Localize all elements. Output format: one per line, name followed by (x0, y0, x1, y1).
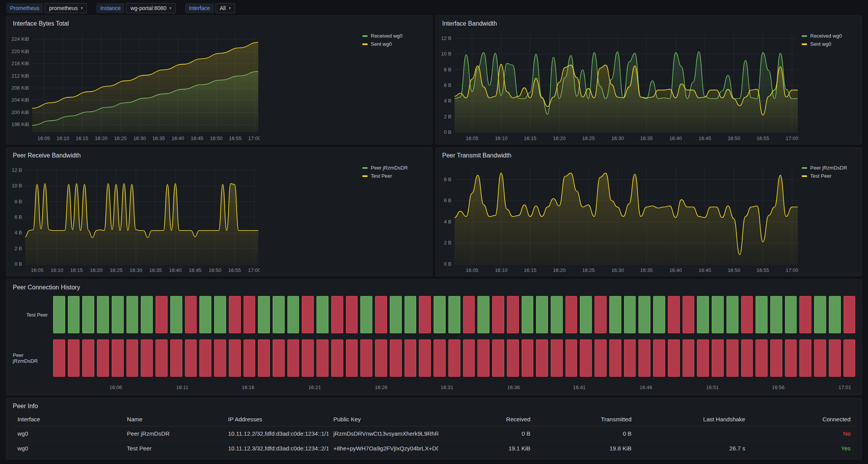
state-bar (258, 296, 270, 333)
legend-item[interactable]: Peer jRzmDsDR (362, 165, 410, 171)
timeseries-svg: 0 B2 B4 B6 B8 B10 B12 B16:0516:1016:1516… (10, 162, 260, 274)
timeseries-svg: 0 B2 B4 B6 B8 B16:0516:1016:1516:2016:25… (439, 162, 799, 274)
timeseries-plot[interactable]: 196 KiB200 KiB204 KiB208 KiB212 KiB216 K… (10, 30, 260, 142)
panel-title[interactable]: Interface Bytes Total (7, 16, 432, 29)
state-bar (814, 296, 826, 333)
table-cell: 19.1 KiB (438, 441, 535, 456)
svg-text:17:00: 17:00 (786, 135, 799, 141)
state-bar (697, 296, 709, 333)
legend-item[interactable]: Sent wg0 (802, 41, 858, 47)
svg-text:16:35: 16:35 (152, 135, 165, 141)
variable-selected-value: wg-portal:8080 (130, 5, 166, 11)
column-header[interactable]: Name (122, 412, 223, 426)
svg-text:10 B: 10 B (12, 183, 22, 189)
chevron-down-icon: ▾ (229, 5, 231, 11)
legend-item[interactable]: Sent wg0 (362, 41, 410, 47)
svg-text:12 B: 12 B (12, 167, 22, 173)
state-bar (844, 296, 856, 333)
state-bar (185, 296, 197, 333)
legend-item[interactable]: Received wg0 (802, 33, 858, 39)
legend-label: Test Peer (371, 173, 392, 179)
svg-text:16:45: 16:45 (699, 135, 711, 141)
legend-item[interactable]: Peer jRzmDsDR (802, 165, 858, 171)
panel-peer-info: Peer Info InterfaceNameIP AddressesPubli… (6, 398, 862, 459)
state-bar (170, 339, 182, 377)
svg-text:6 B: 6 B (444, 82, 451, 88)
state-bar (229, 339, 241, 377)
column-header[interactable]: IP Addresses (223, 412, 329, 426)
column-header[interactable]: Interface (13, 412, 122, 426)
variable-value-prometheus[interactable]: prometheus ▾ (45, 3, 87, 13)
x-tick-label: 16:26 (375, 384, 388, 390)
timeline-row-label: Peer jRzmDsDR (13, 339, 53, 377)
timeseries-plot[interactable]: 0 B2 B4 B6 B8 B10 B12 B16:0516:1016:1516… (439, 30, 799, 142)
table-cell: 26.7 s (636, 441, 750, 456)
table-cell: Yes (750, 441, 855, 456)
svg-text:208 KiB: 208 KiB (11, 85, 29, 91)
state-bar (712, 339, 724, 377)
svg-text:0 B: 0 B (444, 261, 451, 267)
state-bar (551, 339, 563, 377)
svg-text:212 KiB: 212 KiB (11, 73, 29, 79)
state-bar (653, 339, 665, 377)
svg-text:16:05: 16:05 (466, 267, 479, 273)
svg-text:204 KiB: 204 KiB (11, 97, 29, 103)
table-cell: 0 B (438, 426, 535, 441)
timeline-x-axis: 16:0616:1116:1616:2116:2616:3116:3616:41… (53, 383, 855, 391)
state-bar (507, 339, 519, 377)
legend-item[interactable]: Test Peer (802, 173, 858, 179)
panel-title[interactable]: Peer Transmit Bandwidth (436, 148, 861, 161)
svg-text:16:50: 16:50 (210, 135, 223, 141)
table-cell: 10.11.12.3/32,fdfd:d3ad:c0de:1234::2/128 (223, 441, 329, 456)
column-header[interactable]: Public Key (329, 412, 438, 426)
variable-value-interface[interactable]: All ▾ (216, 3, 235, 13)
svg-text:17:00: 17:00 (248, 267, 260, 273)
state-bar (126, 296, 138, 333)
panel-title[interactable]: Peer Receive Bandwidth (7, 148, 432, 161)
state-bar (331, 296, 343, 333)
variable-value-instance[interactable]: wg-portal:8080 ▾ (126, 3, 176, 13)
variable-instance: Instance wg-portal:8080 ▾ (96, 3, 176, 13)
legend: Received wg0Sent wg0 (360, 30, 410, 142)
state-bar (302, 339, 314, 377)
timeseries-plot[interactable]: 0 B2 B4 B6 B8 B10 B12 B16:0516:1016:1516… (10, 162, 260, 274)
state-bar (97, 339, 109, 377)
table-cell: Test Peer (122, 441, 223, 456)
state-bar (536, 339, 548, 377)
panel-title[interactable]: Peer Connection History (7, 280, 861, 293)
column-header[interactable]: Connected (750, 412, 855, 426)
legend-label: Test Peer (810, 173, 832, 179)
svg-text:16:20: 16:20 (553, 267, 566, 273)
timeseries-plot[interactable]: 0 B2 B4 B6 B8 B16:0516:1016:1516:2016:25… (439, 162, 799, 274)
column-header[interactable]: Transmitted (535, 412, 636, 426)
state-bar (609, 339, 621, 377)
panel-title[interactable]: Peer Info (7, 398, 861, 412)
state-bar (741, 296, 753, 333)
svg-text:17:00: 17:00 (248, 135, 260, 141)
series-color-swatch (362, 43, 368, 45)
state-bar (477, 296, 489, 333)
state-bar (53, 296, 65, 333)
legend-item[interactable]: Test Peer (362, 173, 410, 179)
spacer (260, 162, 360, 274)
svg-text:16:40: 16:40 (669, 267, 682, 273)
svg-text:200 KiB: 200 KiB (11, 109, 29, 115)
state-timeline[interactable]: Test PeerPeer jRzmDsDR16:0616:1116:1616:… (7, 293, 861, 395)
state-bar (390, 296, 402, 333)
timeline-row: Test Peer (13, 296, 855, 333)
state-bar (741, 339, 753, 377)
x-tick-label: 16:51 (706, 384, 719, 390)
svg-text:4 B: 4 B (444, 98, 451, 104)
state-bar (799, 296, 811, 333)
series-color-swatch (802, 167, 807, 169)
column-header[interactable]: Received (438, 412, 535, 426)
table-cell: 10.11.12.2/32,fdfd:d3ad:c0de:1234::1/128 (223, 426, 329, 441)
panel-title[interactable]: Interface Bandwidth (436, 16, 861, 29)
svg-text:16:30: 16:30 (130, 267, 142, 273)
legend-label: Sent wg0 (371, 41, 392, 47)
table-row: wg0Test Peer10.11.12.3/32,fdfd:d3ad:c0de… (13, 441, 855, 456)
panel-body: 196 KiB200 KiB204 KiB208 KiB212 KiB216 K… (7, 29, 432, 144)
legend-item[interactable]: Received wg0 (362, 33, 410, 39)
svg-text:16:35: 16:35 (149, 267, 162, 273)
column-header[interactable]: Last Handshake (636, 412, 750, 426)
